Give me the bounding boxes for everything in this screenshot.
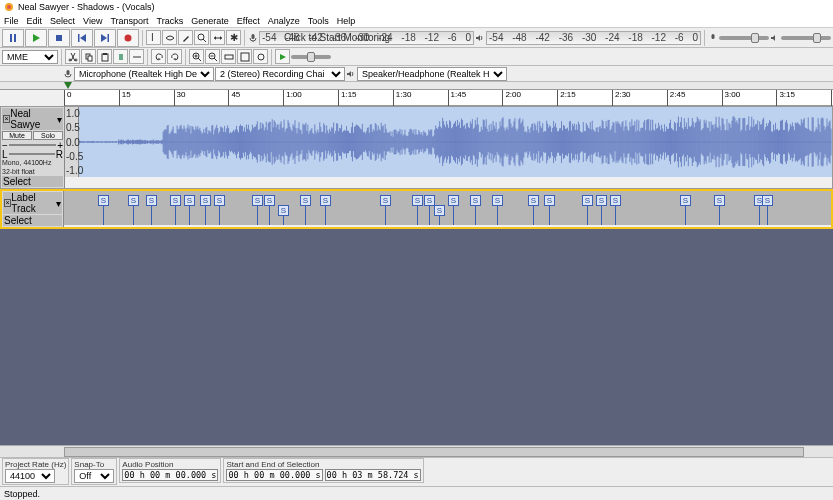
label-marker[interactable]: S — [146, 195, 157, 225]
rec-channels-select[interactable]: 2 (Stereo) Recording Chai — [215, 67, 345, 81]
label-marker[interactable]: S — [762, 195, 773, 225]
label-marker[interactable]: S — [264, 195, 275, 225]
menu-help[interactable]: Help — [337, 16, 356, 26]
playhead-marker[interactable] — [64, 82, 72, 89]
menu-view[interactable]: View — [83, 16, 102, 26]
play-volume-slider[interactable] — [781, 36, 831, 40]
record-button[interactable] — [117, 29, 139, 47]
play-at-speed-button[interactable] — [275, 49, 290, 64]
play-button[interactable] — [25, 29, 47, 47]
zoom-out-button[interactable] — [205, 49, 220, 64]
zoom-toggle-button[interactable] — [253, 49, 268, 64]
label-marker[interactable]: S — [184, 195, 195, 225]
zoom-in-button[interactable] — [189, 49, 204, 64]
empty-track-area[interactable] — [0, 229, 833, 445]
cut-button[interactable] — [65, 49, 80, 64]
multi-tool[interactable]: ✱ — [226, 30, 241, 45]
menu-tracks[interactable]: Tracks — [157, 16, 184, 26]
label-marker[interactable]: S — [470, 195, 481, 225]
label-track-panel[interactable]: ×Label Track▾ Select — [2, 191, 64, 227]
label-marker[interactable]: S — [596, 195, 607, 225]
skip-start-button[interactable] — [71, 29, 93, 47]
label-marker[interactable]: S — [320, 195, 331, 225]
label-marker[interactable]: S — [98, 195, 109, 225]
waveform-area[interactable]: 1.00.50.0-0.5-1.0 — [65, 107, 832, 177]
label-marker[interactable]: S — [544, 195, 555, 225]
rec-device-select[interactable]: Microphone (Realtek High Defini — [74, 67, 214, 81]
label-marker[interactable]: S — [448, 195, 459, 225]
label-select-button[interactable]: Select — [4, 215, 32, 226]
label-marker[interactable]: S — [434, 205, 445, 225]
timeline-gutter[interactable] — [0, 82, 833, 90]
menu-generate[interactable]: Generate — [191, 16, 229, 26]
silence-button[interactable] — [129, 49, 144, 64]
project-rate-select[interactable]: 44100 — [5, 469, 55, 483]
label-marker[interactable]: S — [128, 195, 139, 225]
snap-to-select[interactable]: Off — [74, 469, 114, 483]
track-close-button[interactable]: × — [3, 115, 10, 123]
selection-start[interactable]: 00 h 00 m 00.000 s — [226, 469, 322, 481]
fit-selection-button[interactable] — [221, 49, 236, 64]
timeline-ruler[interactable]: 01530451:001:151:301:452:002:152:302:453… — [64, 90, 833, 106]
svg-marker-8 — [101, 34, 107, 42]
menu-tools[interactable]: Tools — [308, 16, 329, 26]
label-area[interactable]: SSSSSSSSSSSSSSSSSSSSSSSSSSSS — [64, 191, 831, 225]
svg-rect-40 — [225, 55, 233, 59]
label-track-chevron[interactable]: ▾ — [56, 198, 61, 209]
menu-file[interactable]: File — [4, 16, 19, 26]
skip-end-button[interactable] — [94, 29, 116, 47]
copy-button[interactable] — [81, 49, 96, 64]
label-marker[interactable]: S — [300, 195, 311, 225]
label-marker[interactable]: S — [680, 195, 691, 225]
menu-transport[interactable]: Transport — [110, 16, 148, 26]
menu-edit[interactable]: Edit — [27, 16, 43, 26]
label-marker[interactable]: S — [380, 195, 391, 225]
undo-button[interactable] — [151, 49, 166, 64]
label-marker[interactable]: S — [214, 195, 225, 225]
play-device-select[interactable]: Speaker/Headphone (Realtek High — [357, 67, 507, 81]
audio-host-select[interactable]: MME — [2, 50, 58, 64]
paste-button[interactable] — [97, 49, 112, 64]
label-marker[interactable]: S — [582, 195, 593, 225]
pause-button[interactable] — [2, 29, 24, 47]
stop-button[interactable] — [48, 29, 70, 47]
pan-slider[interactable]: LR — [2, 150, 63, 158]
fit-project-button[interactable] — [237, 49, 252, 64]
label-marker[interactable]: S — [200, 195, 211, 225]
svg-marker-43 — [280, 54, 286, 60]
menu-select[interactable]: Select — [50, 16, 75, 26]
scroll-thumb[interactable] — [64, 447, 804, 457]
draw-tool[interactable] — [178, 30, 193, 45]
horizontal-scrollbar[interactable] — [0, 446, 833, 458]
playback-speed-slider[interactable] — [291, 55, 331, 59]
label-marker[interactable]: S — [610, 195, 621, 225]
menu-analyze[interactable]: Analyze — [268, 16, 300, 26]
selection-tool[interactable]: I — [146, 30, 161, 45]
zoom-tool[interactable] — [194, 30, 209, 45]
label-marker[interactable]: S — [278, 205, 289, 225]
rec-volume-slider[interactable] — [719, 36, 769, 40]
svg-rect-27 — [102, 54, 108, 61]
track-control-panel[interactable]: ×Neal Sawye▾ MuteSolo −+ LR Mono, 44100H… — [1, 107, 65, 188]
label-marker[interactable]: S — [170, 195, 181, 225]
envelope-tool[interactable] — [162, 30, 177, 45]
label-marker[interactable]: S — [492, 195, 503, 225]
redo-button[interactable] — [167, 49, 182, 64]
svg-point-10 — [125, 34, 132, 41]
track-menu-chevron[interactable]: ▾ — [57, 114, 62, 125]
menu-effect[interactable]: Effect — [237, 16, 260, 26]
trim-button[interactable] — [113, 49, 128, 64]
label-marker[interactable]: S — [714, 195, 725, 225]
track-select-button[interactable]: Select — [3, 176, 31, 187]
label-marker[interactable]: S — [528, 195, 539, 225]
label-marker[interactable]: S — [252, 195, 263, 225]
audio-track: ×Neal Sawye▾ MuteSolo −+ LR Mono, 44100H… — [0, 106, 833, 189]
timeshift-tool[interactable] — [210, 30, 225, 45]
selection-end[interactable]: 00 h 03 m 58.724 s — [325, 469, 421, 481]
audio-position-value[interactable]: 00 h 00 m 00.000 s — [122, 469, 218, 481]
label-marker[interactable]: S — [412, 195, 423, 225]
label-track-close[interactable]: × — [4, 199, 11, 207]
gain-slider[interactable]: −+ — [2, 141, 63, 149]
recording-meter[interactable]: Click to Start Monitoring -54-48-42-36-3… — [259, 31, 474, 45]
playback-meter[interactable]: -54-48-42-36-30-24-18-12-60 — [486, 31, 701, 45]
